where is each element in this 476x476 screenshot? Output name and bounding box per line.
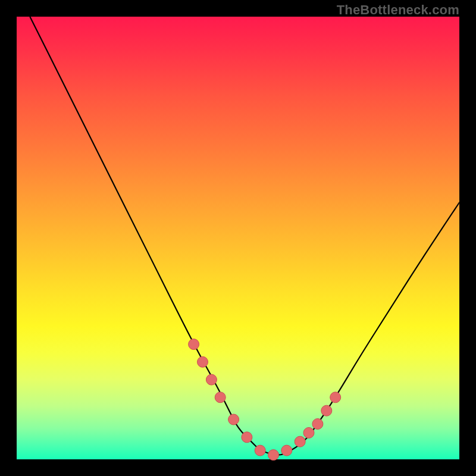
marker-dot — [312, 419, 323, 430]
chart-svg — [17, 17, 459, 459]
bottleneck-curve — [30, 17, 459, 455]
marker-dot — [198, 356, 208, 367]
marker-dot — [189, 339, 199, 350]
marker-dot — [215, 392, 226, 403]
marker-dot — [242, 432, 252, 443]
plot-area — [17, 17, 459, 459]
marker-dot — [295, 436, 305, 447]
marker-dot — [255, 445, 265, 456]
marker-group — [189, 339, 341, 461]
chart-frame: TheBottleneck.com — [0, 0, 476, 476]
watermark-text: TheBottleneck.com — [337, 2, 459, 18]
marker-dot — [228, 414, 239, 425]
marker-dot — [281, 445, 292, 456]
marker-dot — [303, 427, 314, 438]
marker-dot — [268, 450, 279, 461]
marker-dot — [330, 392, 341, 403]
marker-dot — [206, 374, 217, 385]
marker-dot — [321, 405, 332, 416]
